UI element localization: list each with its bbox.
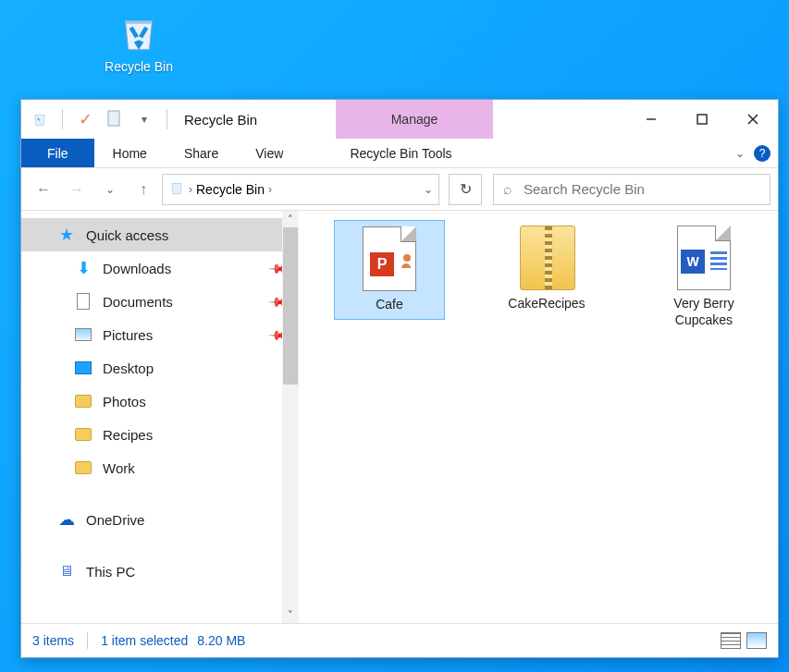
qat-dropdown-icon[interactable]: ▾ [133,108,155,130]
pictures-icon [73,324,93,345]
address-dropdown-icon[interactable]: ⌄ [424,183,433,196]
ribbon: File Home Share View Recycle Bin Tools ⌄… [21,139,778,168]
sidebar-item-label: Quick access [86,227,168,243]
status-bar: 3 items 1 item selected 8.20 MB [21,623,778,656]
large-icons-view-button[interactable] [746,632,767,649]
back-button[interactable]: ← [29,175,58,204]
tab-file[interactable]: File [21,139,94,167]
window-title: Recycle Bin [184,112,257,128]
sidebar-item-onedrive[interactable]: ☁ OneDrive [21,503,299,536]
titlebar: ✓ ▾ Recycle Bin Manage [21,100,778,139]
desktop-recycle-bin[interactable]: Recycle Bin [83,9,194,74]
close-button[interactable] [727,100,778,139]
sidebar-item-pictures[interactable]: Pictures 📌 [21,318,299,351]
navigation-bar: ← → ⌄ ↑ › Recycle Bin › ⌄ ↻ ⌕ [21,168,778,211]
sidebar-item-label: This PC [86,564,135,580]
navigation-pane: ★ Quick access ⬇ Downloads 📌 Documents 📌… [21,211,299,623]
properties-icon[interactable]: ✓ [74,108,96,130]
scroll-up-icon[interactable]: ˄ [282,211,299,227]
sidebar-item-photos[interactable]: Photos [21,385,299,418]
onedrive-icon: ☁ [56,509,77,530]
recycle-bin-icon [116,43,162,58]
folder-icon [73,424,93,445]
sidebar-item-label: OneDrive [86,512,144,528]
sidebar-item-work[interactable]: Work [21,451,299,484]
search-input[interactable] [522,180,760,198]
desktop-recycle-bin-label: Recycle Bin [83,59,194,74]
svg-rect-2 [697,115,707,124]
status-size: 8.20 MB [197,633,245,648]
separator [62,109,63,129]
sidebar-item-desktop[interactable]: Desktop [21,351,299,385]
maximize-button[interactable] [676,100,727,139]
folder-icon [73,458,93,478]
body: ★ Quick access ⬇ Downloads 📌 Documents 📌… [21,211,778,623]
powerpoint-file-icon: P [359,226,420,291]
minimize-button[interactable] [625,100,676,139]
scrollbar-thumb[interactable] [283,227,298,385]
separator [87,632,88,649]
sidebar-item-label: Documents [103,294,173,310]
this-pc-icon: 🖥 [56,561,77,581]
file-label: CakeRecipe​s [497,296,597,312]
up-button[interactable]: ↑ [129,175,158,204]
search-icon: ⌕ [503,181,512,198]
view-mode-buttons [721,632,767,649]
star-icon: ★ [56,225,77,245]
recycle-bin-icon [168,179,185,200]
address-bar[interactable]: › Recycle Bin › ⌄ [162,174,439,205]
ribbon-expand-icon[interactable]: ⌄ [735,147,745,160]
document-icon [73,291,93,312]
tab-recycle-bin-tools[interactable]: Recycle Bin Tools [331,139,470,167]
status-selection: 1 item selected [101,633,188,648]
sidebar-item-quick-access[interactable]: ★ Quick access [21,218,299,251]
file-label: Cafe [340,297,438,313]
sidebar-item-label: Desktop [103,360,154,376]
recycle-bin-small-icon[interactable] [29,108,51,130]
details-view-button[interactable] [721,632,741,649]
help-icon[interactable]: ? [754,145,771,162]
sidebar-scrollbar[interactable]: ˄ ˅ [282,211,299,623]
explorer-window: ✓ ▾ Recycle Bin Manage File Home Share V… [20,99,779,658]
tab-home[interactable]: Home [94,139,166,167]
sidebar-item-label: Downloads [103,261,171,276]
file-label: Very Berry Cupcakes [654,296,754,328]
sidebar-item-recipes[interactable]: Recipes [21,418,299,451]
sidebar-item-documents[interactable]: Documents 📌 [21,285,299,318]
file-item-very-berry[interactable]: W Very Berry Cupcakes [648,220,759,334]
desktop-icon [73,358,93,378]
sidebar-item-label: Recipes [103,427,153,443]
contextual-tab-manage[interactable]: Manage [336,100,493,139]
quick-access-toolbar: ✓ ▾ Recycle Bin [21,100,257,139]
folder-icon [73,391,93,411]
file-item-cafe[interactable]: P Cafe [334,220,445,320]
word-file-icon: W [673,226,734,290]
file-item-cakerecipes[interactable]: CakeRecipe​s [491,220,602,318]
refresh-button[interactable]: ↻ [449,174,482,205]
scroll-down-icon[interactable]: ˅ [282,606,299,623]
sidebar-item-downloads[interactable]: ⬇ Downloads 📌 [21,251,299,285]
tab-share[interactable]: Share [166,139,237,167]
chevron-right-icon[interactable]: › [268,183,272,196]
new-item-icon[interactable] [104,108,126,130]
sidebar-item-label: Photos [103,394,146,409]
separator [166,109,167,129]
status-item-count: 3 items [32,633,74,648]
window-controls [625,100,778,139]
sidebar-item-label: Pictures [103,327,153,343]
forward-button[interactable]: → [62,175,92,204]
recent-locations-icon[interactable]: ⌄ [95,175,125,204]
download-icon: ⬇ [73,258,93,278]
sidebar-item-this-pc[interactable]: 🖥 This PC [21,555,299,588]
tab-view[interactable]: View [237,139,302,167]
svg-rect-0 [108,111,119,126]
sidebar-item-label: Work [103,460,135,476]
chevron-right-icon[interactable]: › [189,183,192,196]
contents-pane[interactable]: P Cafe CakeRecipe​s W Very Berry Cupcake… [299,211,778,623]
zip-folder-icon [516,226,577,290]
breadcrumb-recycle-bin[interactable]: Recycle Bin [196,182,265,197]
search-box[interactable]: ⌕ [493,174,771,205]
